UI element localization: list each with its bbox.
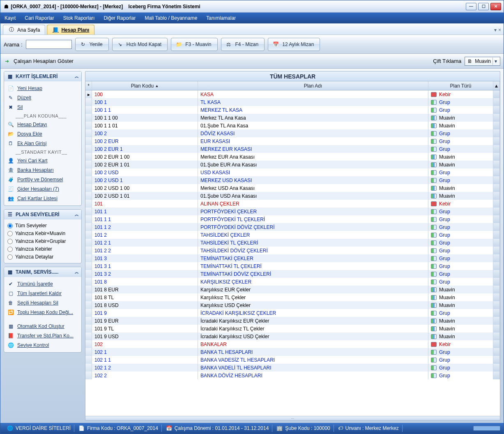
table-row[interactable]: 101 2TAHSİLDEKİ ÇEKLERGrup [85, 231, 500, 239]
table-row[interactable]: 102 2BANKA DÖVİZ HESAPLARIGrup [85, 372, 500, 379]
table-row[interactable]: 100 2 USD 1MERKEZ USD KASASIGrup [85, 176, 500, 184]
table-row[interactable]: 100 2DÖVİZ KASASIGrup [85, 129, 500, 137]
table-row[interactable]: 101 9İCRADAKİ KARŞILIKSIZ ÇEKLERGrup [85, 309, 500, 317]
row-selector[interactable] [85, 106, 92, 114]
doubleclick-dropdown[interactable]: 🗎 Muavin ▾ [465, 57, 500, 66]
table-row[interactable]: 101 9 EURİcradaki Karşılıksız EUR Çekler… [85, 317, 500, 325]
table-row[interactable]: 101 8 USDKarşılıksız USD ÇeklerMuavin [85, 301, 500, 309]
sidebar-item[interactable]: ✖Sil [6, 103, 80, 112]
level-radio-input[interactable] [7, 239, 13, 244]
row-selector[interactable] [85, 137, 92, 145]
menu-item[interactable]: Kayıt [5, 15, 16, 21]
col-plan-kodu[interactable]: Plan Kodu ▲ [92, 81, 198, 90]
row-selector[interactable] [85, 325, 92, 332]
table-row[interactable]: 100 2 EUR 1 00Merkez EUR Ana KasasıMuavi… [85, 153, 500, 161]
tabstrip-menu-icon[interactable]: ▾ [494, 27, 497, 33]
scroll-up-icon[interactable]: ▲ [493, 81, 500, 90]
status-segment[interactable]: 📄Firma Kodu : ORKA_0007_2014 [75, 425, 162, 432]
table-row[interactable]: 102 1 1BANKA VADESİZ TL HESAPLARIGrup [85, 356, 500, 364]
col-selector[interactable]: * [85, 81, 92, 90]
sidebar-item[interactable]: 🧾Gider Hesapları (7) [6, 185, 80, 194]
row-selector[interactable] [85, 192, 92, 200]
table-row[interactable]: 101 9 TLİcradaki Karşılıksız TL ÇeklerMu… [85, 325, 500, 332]
level-radio[interactable]: Yalnızca Detaylar [6, 253, 80, 261]
sidebar-item[interactable]: 🔍Hesap Detayı [6, 120, 80, 129]
sidebar-item[interactable]: 🏦Banka Hesapları [6, 166, 80, 175]
close-button[interactable]: ✕ [490, 3, 501, 10]
table-row[interactable]: 100 2 USD 1 00Merkez USD Ana KasasıMuavi… [85, 184, 500, 192]
table-row[interactable]: 101 8 EURKarşılıksız EUR ÇeklerMuavin [85, 286, 500, 293]
row-selector[interactable] [85, 309, 92, 317]
sidebar-item[interactable]: 👥Cari Kartlar Listesi [6, 194, 80, 203]
row-selector[interactable] [85, 364, 92, 372]
row-selector[interactable] [85, 161, 92, 169]
table-row[interactable]: 101 3 1TEMİNATTAKİ TL ÇEKLERİGrup [85, 262, 500, 270]
toolbar-f4-button[interactable]: ⚖F4 - Mizan [221, 38, 265, 51]
menu-item[interactable]: Cari Raporlar [25, 15, 54, 21]
toolbar-twelve-button[interactable]: 📅12 Aylık Mizan [268, 38, 320, 51]
row-selector[interactable] [85, 231, 92, 239]
row-selector[interactable] [85, 239, 92, 247]
toolbar-refresh-button[interactable]: ↻Yenile [75, 38, 109, 51]
table-row[interactable]: 101 2 1TAHSİLDEKİ TL ÇEKLERİGrup [85, 239, 500, 247]
row-selector[interactable] [85, 129, 92, 137]
menu-item[interactable]: Diğer Raporlar [104, 15, 136, 21]
sidebar-item[interactable]: ▢Tüm İşaretleri Kaldır [6, 289, 80, 298]
sidebar-item[interactable]: 🗒Ek Alan Girişi [6, 139, 80, 148]
row-selector[interactable] [85, 176, 92, 184]
table-row[interactable]: 100 2 EUREUR KASASIGrup [85, 137, 500, 145]
search-input[interactable] [26, 40, 72, 49]
row-selector[interactable] [85, 317, 92, 325]
tabstrip-close-icon[interactable]: × [498, 27, 501, 33]
table-row[interactable]: 100 2 EUR 1MERKEZ EUR KASASIGrup [85, 145, 500, 153]
level-radio[interactable]: Yalnızca Kebir+Gruplar [6, 238, 80, 245]
row-selector[interactable] [85, 215, 92, 223]
table-row[interactable]: 101 1PORTFÖYDEKİ ÇEKLERGrup [85, 208, 500, 215]
sidebar-item[interactable]: 👤Yeni Cari Kart [6, 156, 80, 165]
maximize-button[interactable]: ☐ [478, 3, 489, 10]
table-row[interactable]: ▸100KASAKebir [85, 90, 500, 98]
toolbar-quickclose-button[interactable]: ↘Hızlı Mod Kapat [112, 38, 168, 51]
row-selector[interactable] [85, 270, 92, 278]
row-selector[interactable] [85, 286, 92, 293]
sidebar-item[interactable]: 🌐Seviye Kontrol [6, 341, 80, 350]
panel3-collapse-icon[interactable]: ︽ [75, 269, 79, 275]
col-plan-adi[interactable]: Plan Adı [198, 81, 428, 90]
row-selector[interactable] [85, 122, 92, 129]
row-selector[interactable] [85, 356, 92, 364]
row-selector[interactable] [85, 278, 92, 286]
sidebar-item[interactable]: 📕Transfer ve Std.Plan Ko... [6, 331, 80, 340]
row-selector[interactable] [85, 98, 92, 106]
sidebar-item[interactable]: ✔Tümünü İşaretle [6, 279, 80, 289]
level-radio[interactable]: Yalnızca Kebirler [6, 245, 80, 253]
table-row[interactable]: 101 8 TLKarşılıksız TL ÇeklerMuavin [85, 293, 500, 301]
table-row[interactable]: 100 1TL KASAGrup [85, 98, 500, 106]
tab-hesap-planı[interactable]: 📘Hesap Planı [47, 25, 94, 35]
table-row[interactable]: 101 3 2TEMİNATTAKİ DÖVİZ ÇEKLERİGrup [85, 270, 500, 278]
panel1-collapse-icon[interactable]: ︽ [75, 74, 79, 79]
level-radio-input[interactable] [7, 231, 13, 236]
minimize-button[interactable]: — [466, 3, 476, 10]
row-selector[interactable] [85, 293, 92, 301]
row-selector[interactable] [85, 145, 92, 153]
row-selector[interactable] [85, 169, 92, 176]
tab-ana-sayfa[interactable]: ⓘAna Sayfa [3, 25, 45, 35]
table-row[interactable]: 101 9 USDİcradaki Karşılıksız USD Çekler… [85, 332, 500, 340]
row-selector[interactable] [85, 301, 92, 309]
sidebar-item[interactable]: 🔁Toplu Hesap Kodu Deği... [6, 308, 80, 317]
toolbar-f3-button[interactable]: 📁F3 - Muavin [171, 38, 217, 51]
panel2-collapse-icon[interactable]: ︽ [75, 212, 79, 217]
row-selector[interactable] [85, 247, 92, 254]
table-row[interactable]: 101ALINAN ÇEKLERKebir [85, 200, 500, 208]
table-row[interactable]: 100 1 1 0101.Şube TL Ana KasaMuavin [85, 122, 500, 129]
table-row[interactable]: 101 2 2TAHSİLDEKİ DÖVİZ ÇEKLERİGrup [85, 247, 500, 254]
status-segment[interactable]: 🏷Unvanı : Merkez Merkez [335, 425, 403, 432]
row-selector[interactable] [85, 200, 92, 208]
table-row[interactable]: 102BANKALARKebir [85, 340, 500, 348]
table-row[interactable]: 100 2 EUR 1 0101.Şube EUR Ana KasasıMuav… [85, 161, 500, 169]
table-row[interactable]: 102 1 2BANKA VADELİ TL HESAPLARIGrup [85, 364, 500, 372]
sidebar-item[interactable]: ✎Düzelt [6, 93, 80, 102]
row-selector[interactable] [85, 208, 92, 215]
level-radio[interactable]: Tüm Seviyeler [6, 222, 80, 229]
row-selector[interactable] [85, 340, 92, 348]
